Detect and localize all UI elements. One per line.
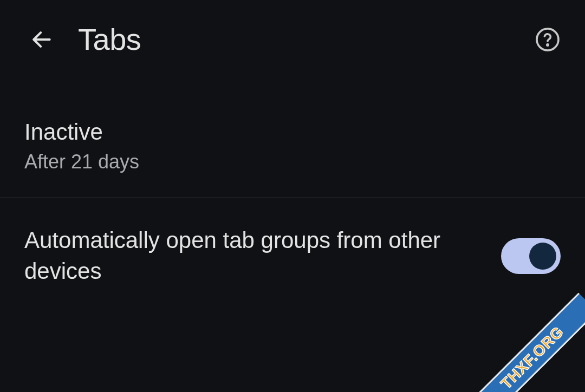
auto-open-tab-groups-row[interactable]: Automatically open tab groups from other… [0,209,585,303]
toggle-thumb [529,243,556,270]
page-title: Tabs [78,22,141,57]
inactive-setting-row[interactable]: Inactive After 21 days [0,106,585,187]
inactive-setting-subtitle: After 21 days [24,151,139,173]
settings-content: Inactive After 21 days Automatically ope… [0,79,585,303]
inactive-setting-text: Inactive After 21 days [24,119,139,173]
inactive-setting-title: Inactive [24,119,139,145]
back-button[interactable] [30,28,54,51]
back-arrow-icon [30,28,54,51]
watermark-text: THXF.ORG [498,323,567,392]
header-left: Tabs [30,22,141,57]
help-icon [535,27,561,53]
watermark: THXF.ORG [467,293,585,392]
divider [0,198,585,198]
help-button[interactable] [535,27,561,53]
svg-point-2 [547,44,548,45]
auto-open-tab-groups-toggle[interactable] [501,238,561,274]
app-header: Tabs [0,0,585,79]
auto-open-tab-groups-label: Automatically open tab groups from other… [24,225,469,286]
